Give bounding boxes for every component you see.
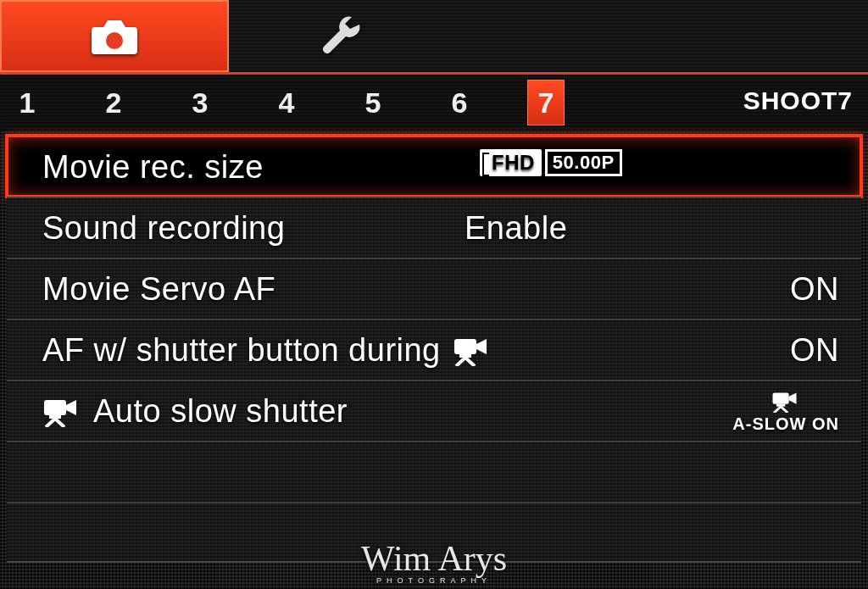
page-tab-5[interactable]: 5 bbox=[354, 80, 392, 125]
svg-rect-5 bbox=[773, 392, 789, 403]
menu-item-label: AF w/ shutter button during bbox=[42, 332, 441, 369]
page-tab-7[interactable]: 7 bbox=[527, 80, 565, 125]
svg-rect-1 bbox=[454, 339, 476, 354]
menu-list: Movie rec. size FHD 50.00P Sound recordi… bbox=[0, 131, 868, 563]
menu-item-label: Movie Servo AF bbox=[42, 271, 275, 308]
menu-item-value: ON bbox=[790, 332, 839, 369]
menu-item-empty bbox=[7, 502, 861, 563]
movie-size-value: FHD 50.00P bbox=[480, 149, 622, 176]
fhd-badge: FHD bbox=[480, 149, 542, 176]
movie-camera-icon bbox=[771, 389, 800, 413]
movie-camera-icon bbox=[453, 334, 492, 366]
menu-item-value: Enable bbox=[465, 210, 567, 247]
main-tab-strip bbox=[0, 0, 868, 75]
menu-item-label: Auto slow shutter bbox=[93, 393, 348, 430]
menu-item-label: Sound recording bbox=[42, 210, 285, 247]
page-tab-strip: 1 2 3 4 5 6 7 SHOOT7 bbox=[0, 75, 868, 131]
page-label: SHOOT7 bbox=[743, 86, 853, 115]
wrench-icon bbox=[320, 13, 367, 60]
menu-item-movie-rec-size[interactable]: Movie rec. size FHD 50.00P bbox=[7, 136, 861, 197]
tab-setup[interactable] bbox=[229, 0, 458, 72]
page-tab-4[interactable]: 4 bbox=[268, 80, 305, 125]
auto-slow-shutter-value: A-SLOW ON bbox=[732, 389, 839, 434]
menu-item-af-shutter-button[interactable]: AF w/ shutter button during ON bbox=[7, 319, 861, 380]
page-tab-3[interactable]: 3 bbox=[181, 80, 219, 125]
page-tab-1[interactable]: 1 bbox=[8, 80, 46, 125]
menu-item-auto-slow-shutter[interactable]: Auto slow shutter A-SLOW ON bbox=[7, 380, 861, 441]
page-tab-6[interactable]: 6 bbox=[441, 80, 478, 125]
camera-icon bbox=[86, 15, 142, 58]
menu-item-empty bbox=[7, 441, 861, 502]
svg-point-0 bbox=[106, 32, 123, 49]
watermark-sub: PHOTOGRAPHY bbox=[361, 577, 507, 584]
menu-item-movie-servo-af[interactable]: Movie Servo AF ON bbox=[7, 258, 861, 319]
svg-rect-3 bbox=[44, 400, 66, 415]
menu-item-value: ON bbox=[790, 271, 839, 308]
menu-item-sound-recording[interactable]: Sound recording Enable bbox=[7, 197, 861, 258]
menu-item-label: Movie rec. size bbox=[42, 149, 264, 186]
movie-camera-icon bbox=[42, 395, 81, 427]
fps-badge: 50.00P bbox=[545, 149, 622, 176]
tab-shooting[interactable] bbox=[0, 0, 229, 72]
aslow-text: A-SLOW ON bbox=[732, 414, 839, 434]
page-tab-2[interactable]: 2 bbox=[95, 80, 132, 125]
